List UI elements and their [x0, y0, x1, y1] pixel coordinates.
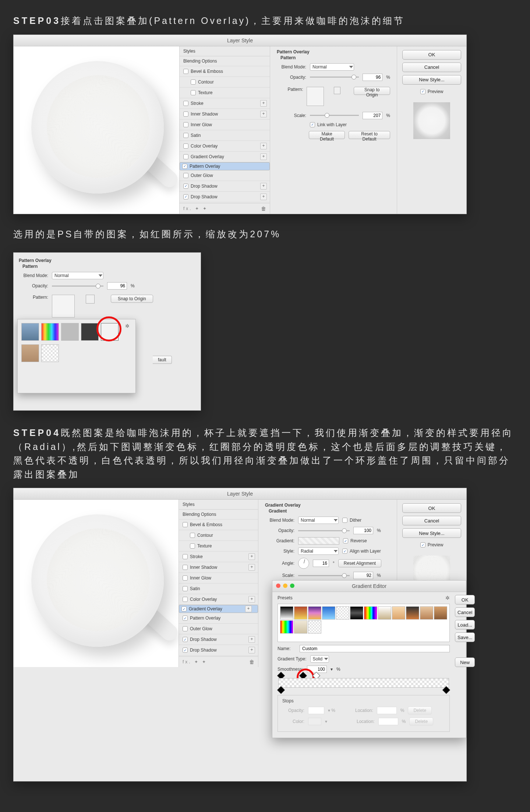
add-icon[interactable]: + — [260, 194, 267, 200]
smoothness-input[interactable] — [307, 666, 327, 673]
delete-stop-button[interactable]: Delete — [408, 706, 432, 715]
fx-texture[interactable]: Texture — [180, 88, 270, 98]
add-icon[interactable]: + — [248, 647, 255, 653]
gradient-name-input[interactable] — [300, 645, 450, 652]
opacity-slider[interactable] — [298, 530, 350, 531]
pattern-swatch[interactable] — [307, 87, 324, 106]
fx-inner-glow[interactable]: Inner Glow — [180, 120, 270, 130]
fx-drop-shadow-1[interactable]: Drop Shadow+ — [180, 181, 270, 192]
gear-icon[interactable]: ✲ — [125, 323, 130, 341]
gradient-strip[interactable] — [278, 678, 449, 688]
angle-dial[interactable] — [298, 558, 309, 569]
fx-inner-shadow[interactable]: Inner Shadow+ — [180, 109, 270, 120]
scale-slider[interactable] — [310, 115, 359, 116]
fx-contour[interactable]: Contour — [180, 77, 270, 88]
ge-save-button[interactable]: Save... — [455, 632, 475, 642]
add-icon[interactable]: + — [248, 564, 255, 571]
fx-outer-glow[interactable]: Outer Glow — [179, 624, 258, 634]
blend-mode-select[interactable]: Normal — [52, 272, 103, 279]
new-style-button[interactable]: New Style... — [402, 528, 461, 538]
fx-drop-shadow-2[interactable]: Drop Shadow+ — [179, 645, 258, 656]
reverse-checkbox[interactable] — [343, 538, 348, 543]
gradient-preview[interactable] — [298, 537, 339, 545]
add-icon[interactable]: + — [248, 596, 255, 603]
opacity-slider[interactable] — [310, 77, 359, 78]
add-icon[interactable]: + — [248, 636, 255, 643]
gradient-style-select[interactable]: Radial — [298, 547, 339, 555]
opacity-input[interactable] — [363, 74, 382, 81]
add-icon[interactable]: + — [260, 153, 267, 160]
fx-gradient-overlay-selected[interactable]: Gradient Overlay+ — [179, 605, 258, 613]
fx-pattern-overlay[interactable]: Pattern Overlay — [179, 613, 258, 624]
scale-slider[interactable] — [298, 575, 350, 576]
fx-inner-shadow[interactable]: Inner Shadow+ — [179, 562, 258, 573]
add-icon[interactable]: + — [260, 183, 267, 189]
link-with-layer-checkbox[interactable] — [310, 122, 315, 127]
trash-icon[interactable]: 🗑 — [249, 659, 254, 665]
new-style-button[interactable]: New Style... — [402, 75, 461, 85]
fx-footer-icons[interactable]: fx. ✦ ✦ — [183, 659, 207, 664]
angle-input[interactable] — [313, 560, 329, 567]
add-icon[interactable]: + — [260, 111, 267, 117]
pattern-swatch-item[interactable] — [81, 323, 99, 341]
pattern-swatch[interactable] — [52, 295, 75, 318]
pattern-swatch-item-selected[interactable] — [101, 323, 119, 341]
fx-bevel[interactable]: Bevel & Emboss — [180, 66, 270, 77]
reset-default-button[interactable]: Reset to Default — [349, 131, 390, 139]
gradient-presets[interactable] — [278, 604, 450, 642]
snap-to-origin-button[interactable]: Snap to Origin — [354, 87, 390, 95]
make-default-button[interactable]: Make Default — [309, 131, 345, 139]
opacity-input[interactable] — [107, 282, 127, 290]
opacity-input[interactable] — [353, 527, 373, 534]
ok-button[interactable]: OK — [402, 503, 461, 513]
minimize-icon[interactable] — [283, 584, 287, 588]
fx-stroke[interactable]: Stroke+ — [180, 98, 270, 109]
fx-satin[interactable]: Satin — [179, 584, 258, 594]
cancel-button[interactable]: Cancel — [402, 516, 461, 525]
pattern-swatch-item[interactable] — [21, 344, 39, 362]
fx-footer-icons[interactable]: fx. ✦ ✦ — [183, 206, 208, 211]
fx-contour[interactable]: Contour — [179, 530, 258, 541]
delete-stop-button[interactable]: Delete — [409, 717, 433, 726]
pattern-swatch-item[interactable] — [41, 344, 59, 362]
new-pattern-icon[interactable] — [86, 295, 95, 304]
cancel-button[interactable]: Cancel — [402, 63, 461, 72]
fx-drop-shadow-2[interactable]: Drop Shadow+ — [180, 192, 270, 202]
fx-stroke[interactable]: Stroke+ — [179, 552, 258, 562]
fx-pattern-overlay-selected[interactable]: Pattern Overlay — [180, 162, 270, 170]
fx-drop-shadow-1[interactable]: Drop Shadow+ — [179, 634, 258, 645]
new-pattern-icon[interactable] — [334, 87, 340, 94]
fx-bevel[interactable]: Bevel & Emboss — [179, 520, 258, 530]
preview-checkbox[interactable] — [420, 89, 425, 94]
fx-texture[interactable]: Texture — [179, 541, 258, 552]
scale-input[interactable] — [353, 572, 373, 579]
dither-checkbox[interactable] — [342, 518, 347, 523]
fx-color-overlay[interactable]: Color Overlay+ — [180, 141, 270, 152]
pattern-picker-popup[interactable]: ✲ — [17, 319, 136, 393]
ge-cancel-button[interactable]: Cancel — [455, 607, 475, 617]
blend-mode-select[interactable]: Normal — [310, 63, 354, 71]
preview-checkbox[interactable] — [420, 542, 425, 547]
ge-ok-button[interactable]: OK — [455, 595, 475, 604]
blend-mode-select[interactable]: Normal — [298, 517, 339, 524]
close-icon[interactable] — [276, 584, 280, 588]
add-icon[interactable]: + — [260, 143, 267, 149]
opacity-slider[interactable] — [52, 286, 103, 287]
add-icon[interactable]: + — [248, 553, 255, 560]
add-icon[interactable]: + — [260, 100, 267, 107]
pattern-swatch-item[interactable] — [61, 323, 79, 341]
pattern-swatch-item[interactable] — [21, 323, 39, 341]
gear-icon[interactable]: ✲ — [445, 595, 450, 601]
ok-button[interactable]: OK — [402, 50, 461, 60]
truncated-button[interactable]: fault — [153, 356, 172, 364]
fx-outer-glow[interactable]: Outer Glow — [180, 170, 270, 181]
blending-options[interactable]: Blending Options — [180, 56, 270, 66]
fx-gradient-overlay[interactable]: Gradient Overlay+ — [180, 152, 270, 162]
ge-load-button[interactable]: Load... — [455, 620, 475, 630]
snap-to-origin-button[interactable]: Snap to Origin — [111, 295, 153, 303]
trash-icon[interactable]: 🗑 — [261, 206, 266, 212]
add-icon[interactable]: + — [245, 606, 252, 612]
fx-inner-glow[interactable]: Inner Glow — [179, 573, 258, 584]
gradient-type-select[interactable]: Solid — [310, 655, 329, 663]
pattern-swatch-item[interactable] — [41, 323, 59, 341]
